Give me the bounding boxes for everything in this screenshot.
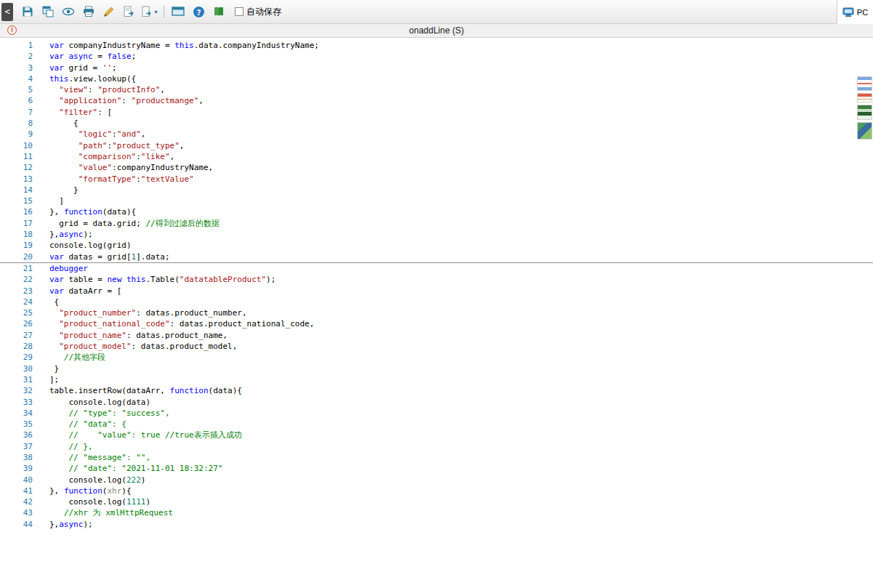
- code-text[interactable]: var datas = grid[1].data;: [33, 251, 170, 262]
- code-editor[interactable]: 1var companyIndustryName = this.data.com…: [0, 38, 873, 587]
- code-text[interactable]: console.log(222): [33, 475, 145, 486]
- code-line[interactable]: 40 console.log(222): [0, 475, 873, 486]
- code-line[interactable]: 38 // "message": "",: [0, 452, 873, 463]
- code-line[interactable]: 17 grid = data.grid; //得到过滤后的数据: [0, 218, 873, 229]
- code-text[interactable]: "value":companyIndustryName,: [33, 162, 213, 173]
- panel-thumbnail[interactable]: [857, 105, 872, 120]
- edit-tool-button[interactable]: [100, 3, 118, 20]
- code-text[interactable]: //其他字段: [33, 352, 105, 363]
- panel-thumbnail[interactable]: [857, 93, 872, 102]
- code-line[interactable]: 41}, function(xhr){: [0, 486, 873, 496]
- code-line[interactable]: 36 // "value": true //true表示插入成功: [0, 430, 873, 440]
- code-text[interactable]: }, function(xhr){: [33, 486, 132, 496]
- code-line[interactable]: 11 "comparison":"like",: [0, 151, 873, 162]
- code-text[interactable]: "product_model": datas.product_model,: [33, 341, 237, 352]
- code-line[interactable]: 1var companyIndustryName = this.data.com…: [0, 40, 873, 51]
- code-line[interactable]: 39 // "date": "2021-11-01 18:32:27": [0, 463, 873, 474]
- code-text[interactable]: }: [33, 185, 79, 196]
- panel-thumbnail[interactable]: [857, 76, 872, 91]
- code-line[interactable]: 43 //xhr 为 xmlHttpRequest: [0, 507, 873, 518]
- code-line[interactable]: 2var async = false;: [0, 51, 873, 62]
- help-button[interactable]: ?: [189, 3, 208, 20]
- code-text[interactable]: console.log(grid): [33, 240, 132, 251]
- collapse-panel-button[interactable]: <: [1, 3, 13, 21]
- display-button[interactable]: [169, 3, 188, 20]
- code-line[interactable]: 5 "view": "productInfo",: [0, 84, 873, 95]
- code-line[interactable]: 3var grid = '';: [0, 63, 873, 73]
- code-line[interactable]: 24 {: [0, 297, 873, 307]
- save-as-button[interactable]: [39, 3, 57, 20]
- code-line[interactable]: 19console.log(grid): [0, 240, 873, 251]
- code-line[interactable]: 23var dataArr = [: [0, 286, 873, 297]
- code-line[interactable]: 8 {: [0, 118, 873, 129]
- code-text[interactable]: "product_name": datas.product_name,: [33, 330, 228, 341]
- code-text[interactable]: "logic":"and",: [33, 129, 145, 140]
- device-pc-button[interactable]: PC: [837, 0, 873, 24]
- code-text[interactable]: var table = new this.Table("datatablePro…: [33, 274, 275, 285]
- code-line[interactable]: 37 // },: [0, 441, 873, 452]
- code-line[interactable]: 20var datas = grid[1].data;: [0, 251, 873, 263]
- code-text[interactable]: },async);: [33, 519, 93, 530]
- save-button[interactable]: [18, 3, 37, 20]
- code-line[interactable]: 16}, function(data){: [0, 206, 873, 217]
- code-text[interactable]: ]: [33, 196, 64, 206]
- code-line[interactable]: 42 console.log(1111): [0, 496, 873, 507]
- code-text[interactable]: debugger: [33, 263, 88, 274]
- code-text[interactable]: grid = data.grid; //得到过滤后的数据: [33, 218, 220, 229]
- code-line[interactable]: 13 "formatType":"textValue": [0, 174, 873, 185]
- export-menu-button[interactable]: ▾: [140, 3, 159, 20]
- code-text[interactable]: "product_national_code": datas.product_n…: [33, 318, 314, 329]
- export-button[interactable]: [120, 3, 139, 20]
- code-text[interactable]: "formatType":"textValue": [33, 174, 194, 185]
- code-text[interactable]: "view": "productInfo",: [33, 84, 165, 95]
- resource-button[interactable]: [209, 3, 228, 20]
- code-line[interactable]: 26 "product_national_code": datas.produc…: [0, 318, 873, 329]
- code-line[interactable]: 10 "path":"product_type",: [0, 140, 873, 151]
- code-text[interactable]: ];: [33, 374, 59, 385]
- code-text[interactable]: // "data": {: [33, 419, 126, 430]
- code-text[interactable]: "application": "productmange",: [33, 95, 204, 106]
- code-line[interactable]: 22var table = new this.Table("datatableP…: [0, 274, 873, 285]
- code-line[interactable]: 18},async);: [0, 229, 873, 240]
- code-text[interactable]: var companyIndustryName = this.data.comp…: [33, 40, 319, 51]
- code-text[interactable]: "filter": [: [33, 107, 112, 118]
- code-line[interactable]: 28 "product_model": datas.product_model,: [0, 341, 873, 352]
- code-text[interactable]: var async = false;: [33, 51, 136, 62]
- preview-button[interactable]: [59, 3, 78, 20]
- code-line[interactable]: 9 "logic":"and",: [0, 129, 873, 140]
- code-text[interactable]: this.view.lookup({: [33, 73, 136, 84]
- code-line[interactable]: 25 "product_number": datas.product_numbe…: [0, 307, 873, 318]
- code-line[interactable]: 34 // "type": "success",: [0, 408, 873, 419]
- code-line[interactable]: 30 }: [0, 363, 873, 374]
- code-text[interactable]: },async);: [33, 229, 93, 240]
- code-line[interactable]: 6 "application": "productmange",: [0, 95, 873, 106]
- code-text[interactable]: console.log(1111): [33, 496, 150, 507]
- code-text[interactable]: // "date": "2021-11-01 18:32:27": [33, 463, 222, 474]
- code-text[interactable]: {: [33, 118, 79, 129]
- code-line[interactable]: 27 "product_name": datas.product_name,: [0, 330, 873, 341]
- print-button[interactable]: [79, 3, 98, 20]
- code-line[interactable]: 35 // "data": {: [0, 419, 873, 430]
- code-text[interactable]: }, function(data){: [33, 206, 136, 217]
- code-text[interactable]: // },: [33, 441, 93, 452]
- code-text[interactable]: var dataArr = [: [33, 286, 121, 297]
- code-line[interactable]: 31];: [0, 374, 873, 385]
- code-line[interactable]: 44},async);: [0, 519, 873, 530]
- code-text[interactable]: // "message": "",: [33, 452, 150, 463]
- code-line[interactable]: 14 }: [0, 185, 873, 196]
- code-line[interactable]: 15 ]: [0, 196, 873, 206]
- code-text[interactable]: // "value": true //true表示插入成功: [33, 430, 242, 440]
- code-text[interactable]: {: [33, 297, 59, 307]
- code-text[interactable]: console.log(data): [33, 397, 150, 408]
- code-line[interactable]: 12 "value":companyIndustryName,: [0, 162, 873, 173]
- autosave-checkbox[interactable]: [235, 7, 244, 16]
- code-line[interactable]: 33 console.log(data): [0, 397, 873, 408]
- code-text[interactable]: var grid = '';: [33, 63, 117, 73]
- code-line[interactable]: 7 "filter": [: [0, 107, 873, 118]
- code-text[interactable]: "path":"product_type",: [33, 140, 184, 151]
- code-text[interactable]: //xhr 为 xmlHttpRequest: [33, 507, 173, 518]
- code-text[interactable]: "comparison":"like",: [33, 151, 174, 162]
- error-indicator-icon[interactable]: !: [7, 25, 17, 35]
- panel-thumbnail[interactable]: [857, 122, 872, 140]
- code-text[interactable]: // "type": "success",: [33, 408, 170, 419]
